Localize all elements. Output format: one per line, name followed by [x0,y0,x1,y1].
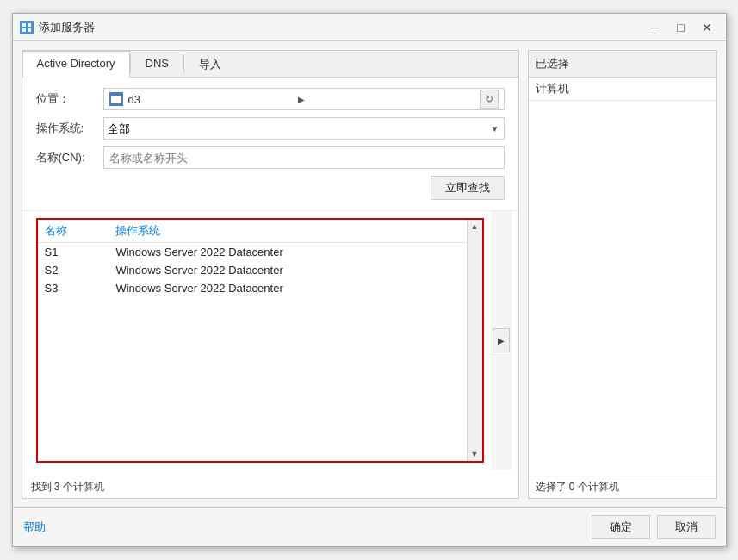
location-row: 位置： d3 ▶ ↻ [36,88,505,110]
search-button[interactable]: 立即查找 [431,176,505,200]
table-row[interactable]: S3Windows Server 2022 Datacenter [38,279,467,297]
titlebar: 添加服务器 ─ □ ✕ [13,14,726,41]
table-row[interactable]: S2Windows Server 2022 Datacenter [38,261,467,279]
col-header-os: 操作系统 [109,220,466,243]
selected-status: 选择了 0 个计算机 [529,476,716,498]
status-bar: 找到 3 个计算机 [22,476,518,498]
results-outer: 名称 操作系统 S1Windows Server 2022 Datacenter… [22,211,518,476]
footer-help: 帮助 [23,520,592,535]
move-to-selected-button[interactable]: ▶ [493,328,510,352]
selected-table: 计算机 [529,78,716,476]
selected-computers-table: 计算机 [529,78,716,101]
window-icon [20,21,34,34]
titlebar-controls: ─ □ ✕ [643,18,719,37]
table-header-row: 名称 操作系统 [38,220,467,243]
scroll-up-icon[interactable]: ▲ [468,220,481,233]
location-value: d3 [128,93,293,106]
window-title: 添加服务器 [39,20,643,35]
results-table: 名称 操作系统 S1Windows Server 2022 Datacenter… [38,220,467,297]
left-panel: Active Directory DNS 导入 位置： [22,50,519,499]
svg-rect-2 [22,28,26,32]
help-link[interactable]: 帮助 [23,520,46,533]
svg-rect-0 [22,23,26,27]
location-field[interactable]: d3 ▶ ↻ [103,88,505,110]
location-folder-icon [109,92,123,106]
tab-bar: Active Directory DNS 导入 [22,51,518,78]
cell-os: Windows Server 2022 Datacenter [109,243,466,262]
results-body: S1Windows Server 2022 DatacenterS2Window… [38,243,467,298]
cell-name: S2 [38,261,109,279]
name-input[interactable] [103,146,505,169]
location-label: 位置： [36,91,96,107]
cell-os: Windows Server 2022 Datacenter [109,279,466,297]
found-count: 找到 3 个计算机 [31,480,104,495]
right-panel: 已选择 计算机 选择了 0 个计算机 [528,50,717,499]
svg-rect-1 [28,23,31,27]
confirm-button[interactable]: 确定 [592,515,650,539]
tab-import[interactable]: 导入 [184,51,236,78]
selected-col-computer: 计算机 [529,78,716,101]
results-scrollbar: ▲ ▼ [467,220,482,461]
os-label: 操作系统: [36,121,96,136]
name-row: 名称(CN): [36,146,505,169]
right-panel-header: 已选择 [529,51,716,78]
cell-name: S1 [38,243,109,262]
scroll-down-icon[interactable]: ▼ [468,447,481,461]
search-form: 位置： d3 ▶ ↻ 操作系统: [22,78,518,211]
search-btn-row: 立即查找 [36,176,505,200]
tab-dns[interactable]: DNS [131,51,183,78]
results-container: 名称 操作系统 S1Windows Server 2022 Datacenter… [36,218,484,463]
name-label: 名称(CN): [36,150,96,165]
svg-rect-3 [28,28,31,32]
move-button-area: ▶ [491,211,512,470]
main-window: 添加服务器 ─ □ ✕ Active Directory DNS 导入 [12,13,727,547]
maximize-button[interactable]: □ [669,18,693,37]
footer-buttons: 确定 取消 [592,515,716,539]
minimize-button[interactable]: ─ [643,18,667,37]
footer: 帮助 确定 取消 [13,507,726,546]
os-row: 操作系统: 全部 Windows Server 2022 Windows Ser… [36,117,505,140]
selected-header-row: 计算机 [529,78,716,101]
cell-name: S3 [38,279,109,297]
os-select-wrapper: 全部 Windows Server 2022 Windows Server 20… [103,117,505,140]
tab-active-directory[interactable]: Active Directory [22,51,130,78]
close-button[interactable]: ✕ [695,18,719,37]
col-header-name: 名称 [38,220,109,243]
content-area: Active Directory DNS 导入 位置： [13,41,726,507]
cancel-button[interactable]: 取消 [657,515,716,539]
location-arrow: ▶ [298,95,305,104]
cell-os: Windows Server 2022 Datacenter [109,261,466,279]
table-row[interactable]: S1Windows Server 2022 Datacenter [38,243,467,262]
os-select[interactable]: 全部 Windows Server 2022 Windows Server 20… [103,117,505,140]
refresh-button[interactable]: ↻ [480,90,499,109]
results-table-scroll[interactable]: 名称 操作系统 S1Windows Server 2022 Datacenter… [38,220,467,461]
